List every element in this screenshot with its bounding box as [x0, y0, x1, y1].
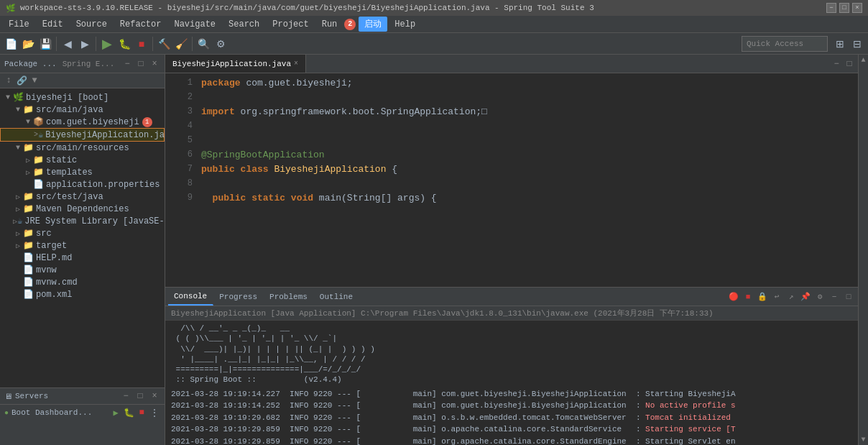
console-content[interactable]: /\\ / __'_ _ _(_)_ __ ( ( )\\___ | '_ | …: [165, 321, 858, 445]
panel-title: Package ... Spring E...: [4, 60, 114, 68]
toolbar-sep-1: [56, 37, 57, 51]
tree-item-src[interactable]: ▷ 📁 src: [0, 227, 165, 239]
editor-minimize[interactable]: −: [831, 58, 842, 70]
right-scrollbar[interactable]: ▲ ▼: [858, 55, 868, 445]
console-tab-progress[interactable]: Progress: [213, 288, 264, 306]
minimize-button[interactable]: −: [826, 3, 836, 13]
tree-arrow: ▷: [13, 205, 23, 214]
servers-minimize[interactable]: −: [120, 390, 131, 402]
menu-navigate[interactable]: Navigate: [168, 18, 221, 31]
package-icon: 📦: [33, 116, 44, 127]
menu-help[interactable]: Help: [389, 18, 421, 31]
menu-refactor[interactable]: Refactor: [114, 18, 167, 31]
close-button[interactable]: ×: [852, 3, 862, 13]
console-scroll-lock[interactable]: 🔒: [756, 290, 769, 303]
tree-item-src-main-java[interactable]: ▼ 📁 src/main/java: [0, 104, 165, 116]
console-min[interactable]: −: [828, 290, 841, 303]
tree-item-maven-deps[interactable]: ▷ 📁 Maven Dependencies: [0, 203, 165, 215]
toolbar-save-button[interactable]: 💾: [37, 36, 53, 52]
maximize-button[interactable]: □: [839, 3, 849, 13]
toolbar-prev-button[interactable]: ◀: [60, 36, 75, 52]
tree-item-application-props[interactable]: 📄 application.properties: [0, 178, 165, 191]
tree-item-templates[interactable]: ▷ 📁 templates: [0, 166, 165, 178]
file-icon: 📄: [23, 277, 34, 288]
toolbar-clean-button[interactable]: 🧹: [173, 36, 189, 52]
title-bar-controls[interactable]: − □ ×: [826, 3, 862, 13]
tree-arrow: [13, 290, 23, 298]
link-icon[interactable]: 🔗: [16, 75, 27, 86]
console-pin[interactable]: 📌: [799, 290, 812, 303]
toolbar-debug-button[interactable]: 🐛: [116, 36, 132, 52]
tree-arrow: ▼: [23, 118, 33, 126]
quick-access-field[interactable]: Quick Access: [742, 36, 828, 52]
project-icon: 🌿: [13, 92, 24, 103]
panel-close-icon[interactable]: ×: [149, 58, 160, 70]
toolbar-new-button[interactable]: 📄: [3, 36, 19, 52]
toolbar-next-button[interactable]: ▶: [77, 36, 93, 52]
toolbar-settings-button[interactable]: ⚙: [213, 36, 228, 52]
toolbar-stop-button[interactable]: ■: [134, 36, 149, 52]
tree-item-mvnw-cmd[interactable]: 📄 mvnw.cmd: [0, 276, 165, 288]
console-tab-outline[interactable]: Outline: [314, 288, 359, 306]
line-number: 7: [171, 162, 193, 177]
toolbar-open-button[interactable]: 📂: [20, 36, 36, 52]
tree-item-static[interactable]: ▷ 📁 static: [0, 154, 165, 166]
toolbar-perspective-button[interactable]: ⊞: [832, 36, 848, 52]
tree-label-templates: templates: [46, 168, 93, 178]
console-tab-problems[interactable]: Problems: [264, 288, 314, 306]
line-number: 4: [171, 119, 193, 134]
tree-item-jre[interactable]: ▷ ☕ JRE System Library [JavaSE-1.8]: [0, 215, 165, 227]
server-start-btn[interactable]: ▶: [110, 407, 121, 418]
panel-maximize-icon[interactable]: □: [135, 58, 147, 70]
editor-content[interactable]: 1 package com.guet.biyesheji; 2 3 import…: [165, 73, 858, 287]
tree-item-package[interactable]: ▼ 📦 com.guet.biyesheji 1: [0, 116, 165, 128]
scroll-down-btn[interactable]: ▼: [861, 436, 865, 444]
menu-project[interactable]: Project: [267, 18, 314, 31]
toolbar-run-button[interactable]: ▶: [99, 36, 115, 52]
menu-edit[interactable]: Edit: [37, 18, 69, 31]
console-open-external[interactable]: ↗: [785, 290, 798, 303]
tree-item-help-md[interactable]: 📄 HELP.md: [0, 252, 165, 264]
tree-arrow: ▼: [13, 106, 23, 114]
toolbar-build-button[interactable]: 🔨: [156, 36, 172, 52]
console-settings[interactable]: ⚙: [813, 290, 826, 303]
editor-maximize[interactable]: □: [844, 58, 855, 70]
menu-search[interactable]: Search: [223, 18, 265, 31]
scroll-up-btn[interactable]: ▲: [861, 56, 865, 64]
menu-source[interactable]: Source: [70, 18, 113, 31]
menu-run[interactable]: Run: [316, 18, 343, 31]
tomcat-initialized-text: Tomcat initialized: [645, 413, 731, 422]
tree-item-project[interactable]: ▼ 🌿 biyesheji [boot]: [0, 91, 165, 104]
collapse-icon[interactable]: ↕: [3, 75, 14, 86]
console-word-wrap[interactable]: ↩: [770, 290, 783, 303]
tree-arrow: [13, 266, 23, 274]
panel-minimize-icon[interactable]: −: [121, 58, 133, 70]
spring-explorer-tab[interactable]: Spring E...: [63, 60, 115, 68]
toolbar-view-button[interactable]: ⊟: [849, 36, 865, 52]
tree-item-src-main-resources[interactable]: ▼ 📁 src/main/resources: [0, 142, 165, 154]
tree-item-target[interactable]: ▷ 📁 target: [0, 239, 165, 252]
server-debug-btn[interactable]: 🐛: [123, 407, 134, 418]
console-stop-btn[interactable]: ■: [742, 290, 754, 303]
console-tab-console[interactable]: Console: [168, 288, 213, 306]
tree-item-mvnw[interactable]: 📄 mvnw: [0, 264, 165, 276]
tab-close-icon[interactable]: ×: [294, 60, 298, 68]
server-stop-btn[interactable]: ■: [136, 407, 147, 418]
editor-tab-biyesheji[interactable]: BiyeshejiApplication.java ×: [165, 55, 306, 73]
tree-label: src: [36, 229, 52, 239]
console-max[interactable]: □: [842, 290, 855, 303]
toolbar-search-button[interactable]: 🔍: [195, 36, 211, 52]
code-line-9: 9 public static void main(String[] args)…: [165, 191, 858, 206]
start-button[interactable]: 启动: [359, 17, 387, 32]
console-clear-btn[interactable]: 🔴: [727, 290, 740, 303]
tree-label: src/test/java: [36, 192, 103, 202]
tree-item-pom-xml[interactable]: 📄 pom.xml: [0, 288, 165, 301]
menu-file[interactable]: File: [3, 18, 35, 31]
filter-icon[interactable]: ▼: [29, 75, 40, 86]
tree-item-biyesheji-app[interactable]: > ☕ BiyeshejiApplication.java: [0, 128, 165, 142]
servers-maximize[interactable]: □: [134, 390, 146, 402]
server-more-btn[interactable]: ⋮: [149, 407, 160, 418]
servers-close[interactable]: ×: [149, 390, 160, 402]
ascii-line-4: ' |____| .__|_| |_|_| |_\\__, | / / / /: [171, 354, 852, 364]
tree-item-src-test-java[interactable]: ▷ 📁 src/test/java: [0, 191, 165, 203]
